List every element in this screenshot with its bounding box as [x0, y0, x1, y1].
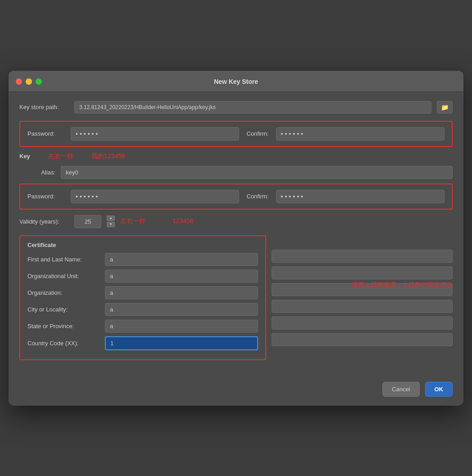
key-password-row: Password: Confirm:	[27, 190, 445, 203]
key-annotation-left: 左右一样	[120, 217, 145, 225]
title-bar: New Key Store	[9, 71, 463, 92]
cancel-button[interactable]: Cancel	[382, 382, 419, 397]
key-confirm-label: Confirm:	[246, 193, 268, 200]
alias-label: Alias:	[19, 169, 55, 176]
cert-first-last-right-input[interactable]	[272, 250, 453, 263]
validity-input[interactable]	[74, 215, 101, 228]
dialog-footer: Cancel OK	[9, 376, 463, 406]
cert-city-input[interactable]	[105, 303, 258, 316]
cert-state-row: State or Province:	[27, 320, 258, 333]
cert-state-label: State or Province:	[27, 323, 100, 330]
cert-org-unit-input[interactable]	[105, 270, 258, 283]
certificate-title: Certificate	[27, 242, 258, 248]
new-key-store-dialog: New Key Store Key store path: 📁 Password…	[9, 71, 463, 406]
traffic-lights	[16, 78, 42, 85]
dialog-title: New Key Store	[214, 78, 258, 85]
key-annotation-right: 123456	[172, 217, 194, 225]
cert-org-unit-label: Organizational Unit:	[27, 273, 100, 279]
minimize-button[interactable]	[26, 78, 32, 85]
ok-button[interactable]: OK	[425, 382, 453, 397]
close-button[interactable]	[16, 78, 22, 85]
cert-country-row: Country Code (XX):	[27, 336, 258, 350]
cert-city-right-input[interactable]	[272, 300, 453, 313]
key-password-label: Password:	[27, 193, 64, 200]
store-password-label: Password:	[27, 130, 64, 137]
maximize-button[interactable]	[36, 78, 42, 85]
key-section-header: Key 左右一样 我的123456	[19, 152, 453, 160]
dialog-body: Key store path: 📁 Password: Confirm: Key…	[9, 92, 463, 376]
alias-row: Alias:	[19, 166, 453, 179]
cert-annotation: 没有上线随便填，上线自行百度信息	[352, 281, 453, 289]
cert-city-row: City or Locality:	[27, 303, 258, 316]
validity-row: Validity (years): ▲ ▼ 左右一样 123456	[19, 215, 453, 228]
alias-input[interactable]	[61, 166, 453, 179]
validity-down-button[interactable]: ▼	[107, 222, 115, 227]
store-confirm-input[interactable]	[276, 127, 445, 141]
validity-annotation: 左右一样 123456	[120, 217, 453, 225]
key-password-input[interactable]	[71, 190, 239, 203]
cert-state-right-input[interactable]	[272, 316, 453, 330]
cert-country-label: Country Code (XX):	[27, 340, 100, 347]
cert-org-unit-row: Organizational Unit:	[27, 270, 258, 283]
cert-org-unit-right-input[interactable]	[272, 266, 453, 279]
cert-first-last-input[interactable]	[105, 253, 258, 266]
key-section-title: Key	[19, 153, 30, 160]
store-annotation-left: 左右一样	[48, 152, 73, 160]
validity-spinner: ▲ ▼	[107, 215, 115, 227]
cert-org-label: Organization:	[27, 289, 100, 296]
cert-country-right-input[interactable]	[272, 333, 453, 346]
cert-right-inputs: 没有上线随便填，上线自行百度信息	[272, 235, 453, 346]
cert-state-input[interactable]	[105, 320, 258, 333]
validity-label: Validity (years):	[19, 218, 69, 225]
certificate-section: Certificate First and Last Name: Organiz…	[19, 235, 266, 360]
certificate-wrapper: Certificate First and Last Name: Organiz…	[19, 235, 453, 367]
cert-org-row: Organization:	[27, 286, 258, 299]
keystore-path-label: Key store path:	[19, 104, 69, 110]
store-confirm-label: Confirm:	[246, 130, 268, 137]
folder-browse-button[interactable]: 📁	[437, 101, 453, 114]
store-password-row: Password: Confirm:	[27, 127, 445, 141]
key-password-box: Password: Confirm:	[19, 183, 453, 210]
key-confirm-input[interactable]	[276, 190, 445, 203]
store-annotation-right: 我的123456	[91, 152, 125, 160]
keystore-path-input[interactable]	[74, 101, 431, 114]
keystore-path-row: Key store path: 📁	[19, 101, 453, 114]
cert-first-last-row: First and Last Name:	[27, 253, 258, 266]
cert-first-last-label: First and Last Name:	[27, 256, 100, 263]
cert-city-label: City or Locality:	[27, 306, 100, 313]
validity-up-button[interactable]: ▲	[107, 215, 115, 221]
store-password-box: Password: Confirm:	[19, 121, 453, 147]
cert-country-input[interactable]	[105, 336, 258, 350]
cert-org-input[interactable]	[105, 286, 258, 299]
store-password-input[interactable]	[71, 127, 239, 141]
